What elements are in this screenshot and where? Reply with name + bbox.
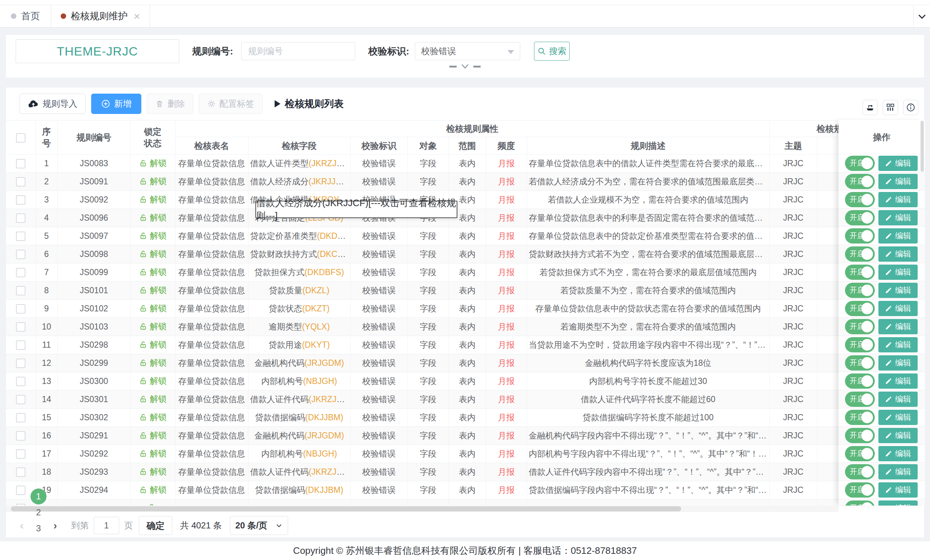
horizontal-scrollbar[interactable] [6,506,838,512]
edit-button[interactable]: 编辑 [878,391,918,407]
page-button[interactable]: 1 [31,488,46,505]
enable-toggle[interactable]: 开启 [845,156,875,171]
edit-button[interactable]: 编辑 [878,500,918,506]
row-checkbox[interactable] [16,395,25,404]
edit-button[interactable]: 编辑 [878,337,918,353]
row-checkbox[interactable] [16,250,25,259]
row-checkbox[interactable] [16,341,25,350]
prev-page-button[interactable]: ‹ [15,519,28,532]
row-checkbox[interactable] [16,195,25,205]
collapse-toggle[interactable] [450,63,480,71]
search-button[interactable]: 搜索 [534,42,570,61]
tab-home[interactable]: 首页 [0,5,51,27]
edit-button[interactable]: 编辑 [878,192,918,207]
cell-field[interactable]: 借款人证件代码(JKRZJDM) [248,463,350,481]
row-checkbox[interactable] [16,449,25,459]
cell-field[interactable]: 贷款担保方式(DKDBFS) [248,264,350,282]
edit-button[interactable]: 编辑 [878,373,918,389]
enable-toggle[interactable]: 开启 [845,192,875,207]
config-tag-button[interactable]: 配置标签 [199,94,263,114]
row-checkbox[interactable] [16,159,25,169]
edit-button[interactable]: 编辑 [878,301,918,316]
row-checkbox[interactable] [16,268,25,277]
row-checkbox[interactable] [16,413,25,422]
enable-toggle[interactable]: 开启 [845,174,875,189]
cell-field[interactable]: 贷款用途(DKYT) [248,336,350,354]
enable-toggle[interactable]: 开启 [845,482,875,497]
tabbar-chevron-button[interactable] [913,5,930,27]
row-checkbox[interactable] [16,286,25,295]
enable-toggle[interactable]: 开启 [845,210,875,226]
row-checkbox[interactable] [16,486,25,495]
scrollbar-thumb[interactable] [11,506,681,511]
cell-field[interactable]: 内部机构号(NBJGH) [248,372,350,391]
row-checkbox[interactable] [16,431,25,440]
export-button[interactable] [862,100,878,115]
row-checkbox[interactable] [16,322,25,332]
cell-field[interactable]: 贷款借据编码(DKJJBM) [248,409,350,427]
delete-button[interactable]: 删除 [147,94,193,114]
info-button[interactable] [903,100,918,115]
enable-toggle[interactable]: 开启 [845,246,875,262]
enable-toggle[interactable]: 开启 [845,228,875,244]
row-checkbox[interactable] [16,304,25,314]
page-button[interactable]: 2 [31,505,46,520]
cell-field[interactable]: 逾期类型(YQLX) [248,318,350,336]
close-icon[interactable]: × [134,11,140,22]
add-button[interactable]: 新增 [91,94,141,114]
edit-button[interactable]: 编辑 [878,228,918,244]
next-page-button[interactable]: › [49,519,62,532]
row-checkbox[interactable] [16,177,25,187]
cell-field[interactable]: 贷款财政扶持方式(DKCZ… [248,245,350,264]
row-checkbox[interactable] [16,468,25,477]
cell-field[interactable]: 贷款质量(DKZL) [248,282,350,300]
enable-toggle[interactable]: 开启 [845,301,875,316]
edit-button[interactable]: 编辑 [878,428,918,443]
edit-button[interactable]: 编辑 [878,464,918,479]
edit-button[interactable]: 编辑 [878,174,918,189]
tab-rule-maintenance[interactable]: 检核规则维护 × [51,5,150,27]
edit-button[interactable]: 编辑 [878,156,918,171]
edit-button[interactable]: 编辑 [878,210,918,226]
cell-field[interactable]: 贷款定价基准类型(DKDJ… [248,227,350,245]
confirm-button[interactable]: 确定 [139,516,172,535]
edit-button[interactable]: 编辑 [878,283,918,298]
cell-field[interactable]: 借款人经济成分(JKRJJCF) [248,173,350,191]
cell-field[interactable]: 内部机构号(NBJGH) [248,445,350,463]
edit-button[interactable]: 编辑 [878,446,918,461]
cell-field[interactable]: 贷款状态(DKZT) [248,300,350,318]
enable-toggle[interactable]: 开启 [845,464,875,479]
row-checkbox[interactable] [16,232,25,241]
enable-toggle[interactable]: 开启 [845,500,875,506]
enable-toggle[interactable]: 开启 [845,265,875,280]
enable-toggle[interactable]: 开启 [845,446,875,461]
page-button[interactable]: 3 [31,520,46,536]
cell-field[interactable]: 金融机构代码(JRJGDM) [248,354,350,372]
edit-button[interactable]: 编辑 [878,246,918,262]
row-checkbox[interactable] [16,213,25,223]
enable-toggle[interactable]: 开启 [845,373,875,389]
page-size-select[interactable]: 20 条/页 [230,516,288,535]
select-all-checkbox[interactable] [16,133,25,143]
column-settings-button[interactable] [883,100,898,115]
cell-field[interactable]: 金融机构代码(JRJGDM) [248,427,350,445]
enable-toggle[interactable]: 开启 [845,428,875,443]
enable-toggle[interactable]: 开启 [845,391,875,407]
rule-no-input[interactable] [241,42,355,60]
row-checkbox[interactable] [16,377,25,386]
edit-button[interactable]: 编辑 [878,355,918,371]
flag-select[interactable]: 校验错误 [415,42,520,60]
goto-page-input[interactable] [94,517,119,534]
enable-toggle[interactable]: 开启 [845,283,875,298]
enable-toggle[interactable]: 开启 [845,319,875,334]
enable-toggle[interactable]: 开启 [845,355,875,371]
edit-button[interactable]: 编辑 [878,319,918,334]
cell-field[interactable]: 借款人证件代码(JKRZJDM) [248,391,350,409]
edit-button[interactable]: 编辑 [878,482,918,497]
enable-toggle[interactable]: 开启 [845,337,875,353]
edit-button[interactable]: 编辑 [878,410,918,425]
cell-field[interactable] [248,499,350,506]
rule-import-button[interactable]: 规则导入 [20,94,86,114]
cell-field[interactable]: 借款人证件类型(JKRZJLX) [248,155,350,173]
vertical-scrollbar[interactable] [921,120,924,506]
